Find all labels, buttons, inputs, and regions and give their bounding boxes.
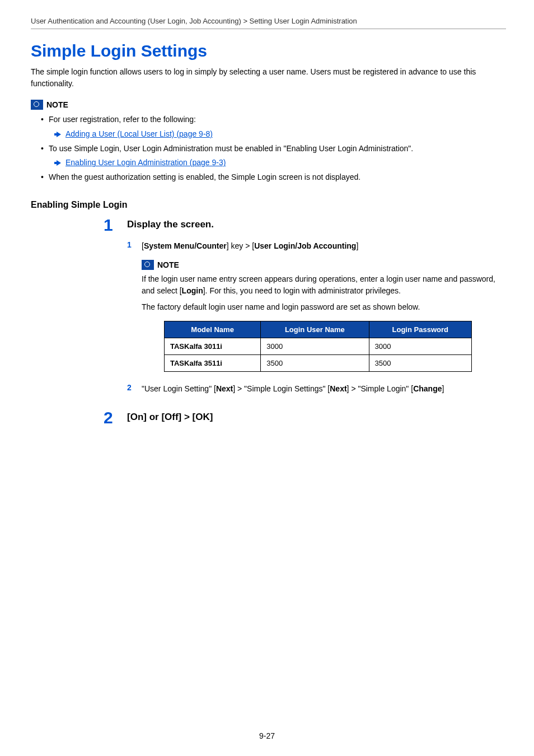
substep-number-1: 1 <box>127 240 142 252</box>
xref-enabling-admin[interactable]: Enabling User Login Administration (page… <box>65 156 226 170</box>
note-list: For user registration, refer to the foll… <box>31 113 506 184</box>
credentials-table: Model Name Login User Name Login Passwor… <box>164 321 472 372</box>
page-number: 9-27 <box>0 731 534 740</box>
table-row: TASKalfa 3511i 3500 3500 <box>165 354 472 371</box>
inner-note-p2: The factory default login user name and … <box>142 301 506 313</box>
note-icon <box>31 100 43 110</box>
step-number-1: 1 <box>104 217 127 403</box>
note-item-1: For user registration, refer to the foll… <box>49 115 196 124</box>
arrow-icon <box>57 132 61 137</box>
table-header-username: Login User Name <box>261 321 369 338</box>
note-item-3: When the guest authorization setting is … <box>49 172 360 181</box>
intro-text: The simple login function allows users t… <box>31 66 506 90</box>
substep-number-2: 2 <box>127 383 142 395</box>
substep-2-text: "User Login Setting" [Next] > "Simple Lo… <box>142 383 506 395</box>
table-header-model: Model Name <box>165 321 261 338</box>
note-label: NOTE <box>46 100 68 109</box>
note-label: NOTE <box>157 260 179 269</box>
inner-note-p1: If the login user name entry screen appe… <box>142 273 506 297</box>
note-item-2: To use Simple Login, User Login Administ… <box>49 144 413 153</box>
note-icon <box>142 260 154 270</box>
step-number-2: 2 <box>104 409 127 433</box>
step-title-2: [On] or [Off] > [OK] <box>127 412 506 423</box>
xref-adding-user[interactable]: Adding a User (Local User List) (page 9-… <box>65 128 213 141</box>
section-heading: Enabling Simple Login <box>31 200 506 210</box>
page-title: Simple Login Settings <box>31 41 506 60</box>
substep-1-text: [System Menu/Counter] key > [User Login/… <box>142 240 506 252</box>
table-header-password: Login Password <box>369 321 471 338</box>
step-title-1: Display the screen. <box>127 219 506 230</box>
arrow-icon <box>57 160 61 166</box>
breadcrumb: User Authentication and Accounting (User… <box>31 17 506 29</box>
table-row: TASKalfa 3011i 3000 3000 <box>165 338 472 354</box>
